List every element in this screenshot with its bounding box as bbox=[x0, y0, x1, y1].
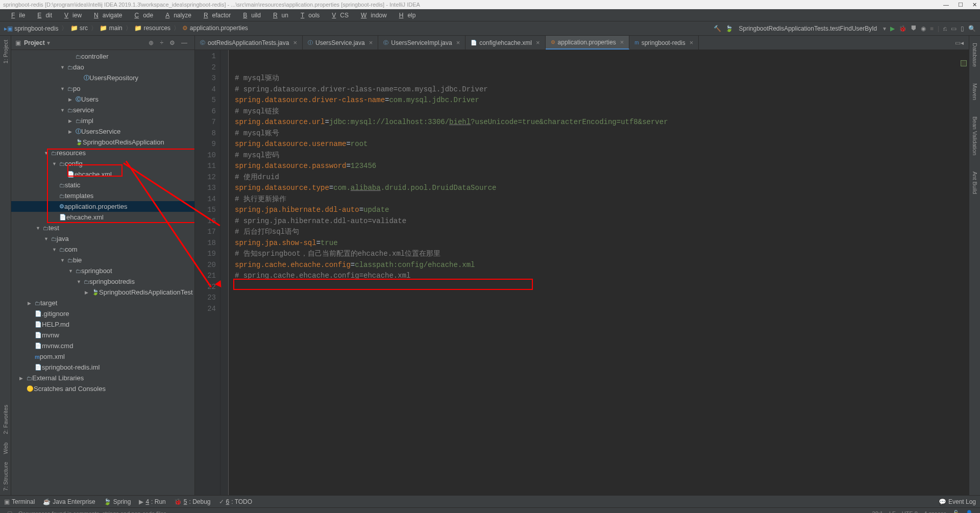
file-encoding[interactable]: UTF-8 bbox=[902, 510, 918, 514]
bottom-tool-button[interactable]: ☕ Java Enterprise bbox=[43, 498, 95, 505]
code-line[interactable]: # spring.jpa.hibernate.ddl-auto=validate bbox=[235, 216, 969, 227]
profile-icon[interactable]: ◉ bbox=[921, 25, 926, 32]
settings-icon[interactable]: ⚙ bbox=[169, 39, 175, 46]
tree-item[interactable]: ▼🗀 dao bbox=[11, 62, 194, 72]
tree-item[interactable]: ▼🗀 po bbox=[11, 83, 194, 94]
tree-item[interactable]: ▶🗀 External Libraries bbox=[11, 373, 194, 383]
tree-item[interactable]: 📄 ehcache.xml bbox=[11, 212, 194, 223]
tree-item[interactable]: 📄 .gitignore bbox=[11, 308, 194, 319]
editor-tab[interactable]: ⚙application.properties× bbox=[546, 36, 630, 50]
tree-item[interactable]: ▼🗀 resources bbox=[11, 148, 194, 158]
inspection-indicator[interactable] bbox=[961, 60, 967, 66]
code-line[interactable]: # 后台打印sql语句 bbox=[235, 227, 969, 238]
bottom-tool-button[interactable]: 🍃 Spring bbox=[104, 498, 131, 505]
close-tab-icon[interactable]: × bbox=[536, 39, 540, 46]
close-button[interactable]: ✕ bbox=[972, 2, 977, 8]
code-line[interactable]: spring.datasource.type=com.alibaba.druid… bbox=[235, 183, 969, 194]
editor-tab[interactable]: ⒸUsersServiceImpl.java× bbox=[378, 36, 465, 50]
tree-item[interactable]: 📄 ehcache.xml bbox=[11, 169, 194, 180]
tree-item[interactable]: 🟡 Scratches and Consoles bbox=[11, 383, 194, 394]
build-icon[interactable]: 🔨 bbox=[714, 25, 721, 32]
line-separator[interactable]: LF bbox=[889, 510, 896, 514]
editor-tab[interactable]: mspringboot-redis× bbox=[629, 36, 699, 50]
menu-refactor[interactable]: Refactor bbox=[195, 12, 235, 19]
bottom-tool-button[interactable]: ▶ 4: Run bbox=[139, 498, 165, 505]
collapse-icon[interactable]: ÷ bbox=[160, 39, 163, 46]
tree-item[interactable]: 📄 mvnw.cmd bbox=[11, 340, 194, 351]
tree-item[interactable]: ▶Ⓘ UsersService bbox=[11, 126, 194, 137]
menu-vcs[interactable]: VCS bbox=[324, 12, 353, 19]
menu-window[interactable]: Window bbox=[353, 12, 391, 19]
tree-item[interactable]: ▶🗀 impl bbox=[11, 115, 194, 126]
hide-icon[interactable]: — bbox=[181, 39, 187, 46]
tree-item[interactable]: 📄 HELP.md bbox=[11, 319, 194, 330]
tool-window-button[interactable]: Maven bbox=[972, 80, 978, 103]
bottom-tool-button[interactable]: ✓ 6: TODO bbox=[219, 498, 253, 505]
editor-tab[interactable]: ⒸootRedisApplicationTests.java× bbox=[195, 36, 303, 50]
tool-window-button[interactable]: Bean Validation bbox=[972, 113, 978, 158]
code-line[interactable]: # mysql链接 bbox=[235, 106, 969, 117]
menu-code[interactable]: Code bbox=[126, 12, 157, 19]
close-tab-icon[interactable]: × bbox=[293, 39, 297, 46]
tree-item[interactable]: ▼🗀 springbootredis bbox=[11, 276, 194, 287]
code-line[interactable]: spring.jpa.hibernate.ddl-auto=update bbox=[235, 205, 969, 216]
project-tree[interactable]: 🗀 controller▼🗀 daoⒾ UsersRepository▼🗀 po… bbox=[11, 50, 194, 495]
tree-item[interactable]: 🗀 templates bbox=[11, 190, 194, 201]
tabs-collapse-icon[interactable]: ▭◂ bbox=[955, 39, 964, 46]
code-line[interactable]: # 执行更新操作 bbox=[235, 194, 969, 205]
tree-item[interactable]: ▼🗀 springboot bbox=[11, 265, 194, 276]
tree-item[interactable]: m pom.xml bbox=[11, 351, 194, 362]
code-line[interactable]: # spring.datasource.driver-class-name=co… bbox=[235, 84, 969, 95]
tree-item[interactable]: ▶🗀 target bbox=[11, 298, 194, 308]
code-line[interactable]: # mysql密码 bbox=[235, 150, 969, 161]
tree-item[interactable]: ▼🗀 service bbox=[11, 105, 194, 115]
run-config-dropdown[interactable]: 🍃 SpringbootRedisApplicationTests.testFi… bbox=[725, 25, 886, 32]
editor-tab[interactable]: ⒾUsersService.java× bbox=[303, 36, 378, 50]
code-line[interactable]: # 告知springboot，自己当前配置的ehcache.xml位置在那里 bbox=[235, 249, 969, 260]
breadcrumb-item[interactable]: 〉 ⚙ application.properties bbox=[173, 24, 248, 33]
search-icon[interactable]: 🔍 bbox=[968, 25, 976, 32]
breadcrumb-item[interactable]: ▸▣ springboot-redis bbox=[4, 25, 58, 32]
tool-window-button[interactable]: 7: Structure bbox=[3, 458, 9, 495]
tree-item[interactable]: ▼🗀 bie bbox=[11, 255, 194, 265]
close-tab-icon[interactable]: × bbox=[620, 38, 624, 46]
bottom-tool-button[interactable]: ▣ Terminal bbox=[4, 498, 35, 505]
breadcrumb-item[interactable]: 〉 📁 main bbox=[90, 24, 122, 33]
code-line[interactable]: spring.datasource.url=jdbc:mysql://local… bbox=[235, 117, 969, 128]
code-line[interactable]: spring.datasource.password=123456 bbox=[235, 161, 969, 172]
tree-item[interactable]: ▼🗀 java bbox=[11, 233, 194, 244]
locate-icon[interactable]: ⊕ bbox=[149, 39, 154, 46]
code-line[interactable]: spring.datasource.username=root bbox=[235, 139, 969, 150]
tree-item[interactable]: 🗀 static bbox=[11, 180, 194, 190]
code-area[interactable]: # mysql驱动# spring.datasource.driver-clas… bbox=[229, 50, 969, 495]
status-toggle-icon[interactable]: ▢ bbox=[7, 510, 12, 513]
menu-run[interactable]: Run bbox=[265, 12, 292, 19]
menu-file[interactable]: File bbox=[3, 12, 29, 19]
vcs-icon[interactable]: ⎌ bbox=[943, 25, 947, 32]
close-tab-icon[interactable]: × bbox=[369, 39, 373, 46]
menu-build[interactable]: Build bbox=[235, 12, 265, 19]
breadcrumb-item[interactable]: 〉 📁 src bbox=[60, 24, 88, 33]
indent-info[interactable]: 4 spaces bbox=[924, 510, 946, 514]
code-line[interactable]: spring.cache.ehcache.config=classpath:co… bbox=[235, 260, 969, 271]
code-line[interactable]: # mysql账号 bbox=[235, 128, 969, 139]
tool-window-button[interactable]: Ant Build bbox=[972, 168, 978, 197]
stop-icon[interactable]: ■ bbox=[930, 25, 934, 32]
menu-help[interactable]: Help bbox=[391, 12, 420, 19]
menu-navigate[interactable]: Navigate bbox=[86, 12, 126, 19]
tree-item[interactable]: ▼🗀 com bbox=[11, 244, 194, 255]
tree-item[interactable]: 📄 springboot-redis.iml bbox=[11, 362, 194, 373]
breadcrumb[interactable]: ▸▣ springboot-redis〉 📁 src〉 📁 main〉 📁 re… bbox=[4, 24, 248, 33]
tool-window-button[interactable]: 2: Favorites bbox=[3, 401, 9, 438]
tree-item[interactable]: 🍃 SpringbootRedisApplication bbox=[11, 137, 194, 148]
tree-item[interactable]: 📄 mvnw bbox=[11, 330, 194, 340]
tree-item[interactable]: Ⓘ UsersRepository bbox=[11, 72, 194, 83]
maximize-button[interactable]: ☐ bbox=[958, 2, 963, 8]
cursor-position[interactable]: 20:1 bbox=[872, 510, 883, 514]
tool-window-button[interactable]: Database bbox=[972, 40, 978, 70]
layout2-icon[interactable]: ▯ bbox=[961, 25, 964, 32]
tree-item[interactable]: ▶🍃 SpringbootRedisApplicationTest bbox=[11, 287, 194, 298]
run-icon[interactable]: ▶ bbox=[890, 25, 895, 32]
event-log-button[interactable]: 💬 Event Log bbox=[939, 498, 976, 505]
breadcrumb-item[interactable]: 〉 📁 resources bbox=[125, 24, 170, 33]
